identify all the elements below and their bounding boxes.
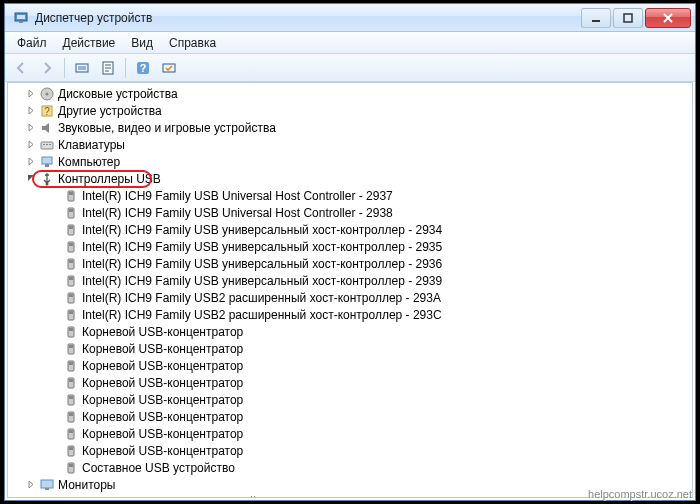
usbdev-icon <box>63 239 79 255</box>
usbdev-icon <box>63 443 79 459</box>
expand-icon <box>50 394 61 405</box>
expand-icon <box>50 292 61 303</box>
expand-icon <box>50 360 61 371</box>
tree-node-cat-3[interactable]: Клавиатуры <box>8 136 692 153</box>
forward-button[interactable] <box>35 56 59 80</box>
tree-node-usb-child-12[interactable]: Корневой USB-концентратор <box>8 391 692 408</box>
node-label: Intel(R) ICH9 Family USB универсальный х… <box>82 222 442 238</box>
expand-icon <box>50 275 61 286</box>
monitor-icon <box>39 477 55 493</box>
expand-icon <box>50 428 61 439</box>
usb-icon <box>39 171 55 187</box>
node-label: Intel(R) ICH9 Family USB Universal Host … <box>82 188 393 204</box>
tree-node-usb-child-10[interactable]: Корневой USB-концентратор <box>8 357 692 374</box>
expand-icon <box>50 309 61 320</box>
maximize-button[interactable] <box>613 8 643 28</box>
usbdev-icon <box>63 256 79 272</box>
keyboard-icon <box>39 137 55 153</box>
expand-icon <box>50 377 61 388</box>
svg-point-12 <box>46 92 49 95</box>
tree-node-usb-child-4[interactable]: Intel(R) ICH9 Family USB универсальный х… <box>8 255 692 272</box>
node-label: Корневой USB-концентратор <box>82 443 243 459</box>
svg-rect-47 <box>69 396 73 399</box>
expand-icon <box>50 241 61 252</box>
show-hidden-button[interactable] <box>157 56 181 80</box>
usbdev-icon <box>63 392 79 408</box>
node-label: Intel(R) ICH9 Family USB универсальный х… <box>82 273 442 289</box>
tree-node-usb-child-1[interactable]: Intel(R) ICH9 Family USB Universal Host … <box>8 204 692 221</box>
expand-icon <box>50 207 61 218</box>
svg-rect-57 <box>45 488 49 490</box>
svg-rect-17 <box>46 144 48 145</box>
back-button[interactable] <box>9 56 33 80</box>
close-button[interactable] <box>645 8 691 28</box>
svg-rect-23 <box>69 192 73 195</box>
tree-node-usb-child-11[interactable]: Корневой USB-концентратор <box>8 374 692 391</box>
expand-icon[interactable] <box>26 122 37 133</box>
tree-node-usb-child-2[interactable]: Intel(R) ICH9 Family USB универсальный х… <box>8 221 692 238</box>
node-label: Корневой USB-концентратор <box>82 324 243 340</box>
help-button[interactable]: ? <box>131 56 155 80</box>
tree-node-usb-controllers[interactable]: Контроллеры USB <box>8 170 692 187</box>
tree-node-usb-child-13[interactable]: Корневой USB-концентратор <box>8 408 692 425</box>
usbdev-icon <box>63 324 79 340</box>
app-icon <box>13 10 29 26</box>
tree-node-usb-child-15[interactable]: Корневой USB-концентратор <box>8 442 692 459</box>
svg-rect-55 <box>69 464 73 467</box>
svg-point-21 <box>46 182 49 185</box>
svg-rect-49 <box>69 413 73 416</box>
usbdev-icon <box>63 205 79 221</box>
minimize-button[interactable] <box>581 8 611 28</box>
tree-node-usb-child-8[interactable]: Корневой USB-концентратор <box>8 323 692 340</box>
node-label: Мыши и иные указывающие устройства <box>58 494 281 499</box>
tree-node-usb-child-5[interactable]: Intel(R) ICH9 Family USB универсальный х… <box>8 272 692 289</box>
usbdev-icon <box>63 290 79 306</box>
svg-rect-56 <box>41 480 53 488</box>
node-label: Корневой USB-концентратор <box>82 358 243 374</box>
menu-action[interactable]: Действие <box>55 34 124 52</box>
node-label: Другие устройства <box>58 103 162 119</box>
computer-icon <box>39 154 55 170</box>
expand-icon[interactable] <box>26 156 37 167</box>
expand-icon <box>50 258 61 269</box>
tree-node-usb-child-3[interactable]: Intel(R) ICH9 Family USB универсальный х… <box>8 238 692 255</box>
properties-button[interactable] <box>96 56 120 80</box>
tree-node-cat-2[interactable]: Звуковые, видео и игровые устройства <box>8 119 692 136</box>
svg-rect-1 <box>17 15 25 19</box>
collapse-icon[interactable] <box>26 173 37 184</box>
expand-icon[interactable] <box>26 139 37 150</box>
tree-node-usb-child-6[interactable]: Intel(R) ICH9 Family USB2 расширенный хо… <box>8 289 692 306</box>
tree-node-usb-child-9[interactable]: Корневой USB-концентратор <box>8 340 692 357</box>
node-label: Корневой USB-концентратор <box>82 409 243 425</box>
toolbar-separator <box>125 58 126 78</box>
svg-point-58 <box>43 498 51 499</box>
scan-button[interactable] <box>70 56 94 80</box>
tree-node-cat-4[interactable]: Компьютер <box>8 153 692 170</box>
tree-node-usb-child-0[interactable]: Intel(R) ICH9 Family USB Universal Host … <box>8 187 692 204</box>
window-title: Диспетчер устройств <box>35 11 579 25</box>
menu-file[interactable]: Файл <box>9 34 55 52</box>
usbdev-icon <box>63 307 79 323</box>
svg-rect-41 <box>69 345 73 348</box>
tree-node-usb-child-7[interactable]: Intel(R) ICH9 Family USB2 расширенный хо… <box>8 306 692 323</box>
svg-rect-19 <box>42 157 52 164</box>
tree-node-cat-0[interactable]: Дисковые устройства <box>8 85 692 102</box>
tree-node-usb-child-14[interactable]: Корневой USB-концентратор <box>8 425 692 442</box>
menu-help[interactable]: Справка <box>161 34 224 52</box>
device-tree[interactable]: Дисковые устройства?Другие устройстваЗву… <box>7 82 693 498</box>
expand-icon[interactable] <box>26 105 37 116</box>
tree-node-cat-1[interactable]: ?Другие устройства <box>8 102 692 119</box>
toolbar: ? <box>5 54 695 82</box>
expand-icon <box>50 190 61 201</box>
svg-rect-31 <box>69 260 73 263</box>
usbdev-icon <box>63 273 79 289</box>
expand-icon[interactable] <box>26 496 37 498</box>
expand-icon[interactable] <box>26 479 37 490</box>
svg-text:?: ? <box>44 106 50 117</box>
titlebar[interactable]: Диспетчер устройств <box>5 4 695 32</box>
expand-icon[interactable] <box>26 88 37 99</box>
svg-rect-2 <box>19 21 23 23</box>
tree-node-usb-child-16[interactable]: Составное USB устройство <box>8 459 692 476</box>
disk-icon <box>39 86 55 102</box>
menu-view[interactable]: Вид <box>123 34 161 52</box>
